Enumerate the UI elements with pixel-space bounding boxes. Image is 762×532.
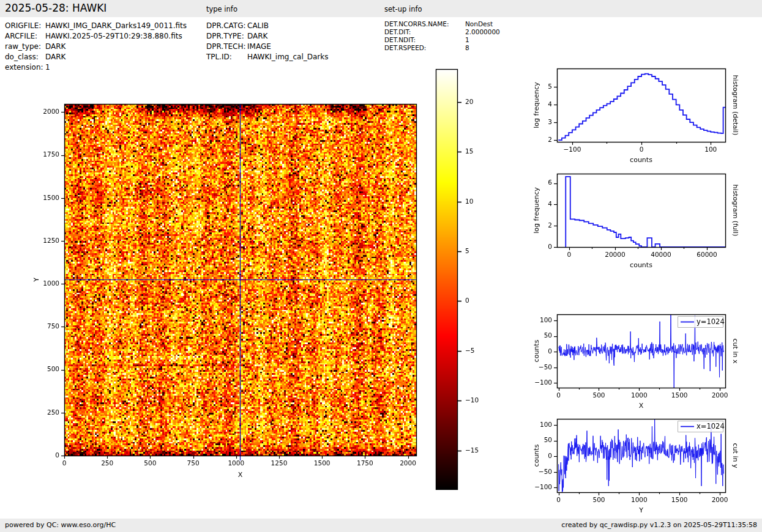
info-row-origfile: ORIGFILE:HAWKI_IMG_DARK_Darks149_0011.fi… [5, 21, 187, 30]
extension-value: 1 [45, 63, 50, 72]
info-row-rawtype: raw_type:DARK [5, 42, 65, 51]
rspeed-label: DET.RSPEED: [384, 44, 465, 51]
qc-report-page: 2025-05-28: HAWKI type info set-up info … [0, 0, 762, 532]
info-row-extension: extension:1 [5, 63, 50, 72]
info-row-rspeed: DET.RSPEED:8 [384, 44, 469, 51]
histogram-full-plot [517, 163, 762, 273]
info-row-arcfile: ARCFILE:HAWKI.2025-05-29T10:29:38.880.fi… [5, 32, 182, 40]
arcfile-value: HAWKI.2025-05-29T10:29:38.880.fits [45, 32, 182, 40]
rspeed-value: 8 [465, 44, 469, 51]
ncorrs-value: NonDest [465, 20, 493, 28]
doclass-label: do_class: [5, 53, 45, 61]
info-row-dit: DET.DIT:2.0000000 [384, 28, 500, 35]
doclass-value: DARK [45, 53, 65, 61]
dprcatg-label: DPR.CATG: [206, 21, 247, 30]
dprtype-label: DPR.TYPE: [206, 32, 247, 40]
arcfile-label: ARCFILE: [5, 32, 45, 40]
origfile-value: HAWKI_IMG_DARK_Darks149_0011.fits [45, 21, 187, 30]
extension-label: extension: [5, 63, 45, 72]
dit-value: 2.0000000 [465, 28, 500, 35]
dprtech-label: DPR.TECH: [206, 42, 247, 51]
histogram-detail-plot [517, 58, 762, 168]
dprtype-value: DARK [247, 32, 267, 40]
tplid-label: TPL.ID: [206, 53, 247, 61]
dprtech-value: IMAGE [247, 42, 271, 51]
origfile-label: ORIGFILE: [5, 21, 45, 30]
colorbar [422, 60, 508, 497]
ndit-label: DET.NDIT: [384, 36, 465, 43]
dprcatg-value: CALIB [247, 21, 269, 30]
cut-in-y-plot [517, 408, 762, 519]
rawtype-value: DARK [45, 42, 65, 51]
type-info-heading: type info [206, 5, 237, 13]
info-row-dprcatg: DPR.CATG:CALIB [206, 21, 269, 30]
page-title: 2025-05-28: HAWKI [5, 2, 106, 14]
dit-label: DET.DIT: [384, 28, 465, 35]
ncorrs-label: DET.NCORRS.NAME: [384, 20, 465, 28]
info-row-dprtech: DPR.TECH:IMAGE [206, 42, 271, 51]
info-row-dprtype: DPR.TYPE:DARK [206, 32, 267, 40]
dark-frame-image [24, 79, 441, 501]
setup-info-heading: set-up info [384, 5, 422, 13]
ndit-value: 1 [465, 36, 469, 43]
info-row-tplid: TPL.ID:HAWKI_img_cal_Darks [206, 53, 329, 61]
rawtype-label: raw_type: [5, 42, 45, 51]
header-bar [0, 0, 762, 17]
info-row-ndit: DET.NDIT:1 [384, 36, 469, 43]
tplid-value: HAWKI_img_cal_Darks [247, 53, 329, 61]
cut-in-x-plot [517, 304, 762, 414]
info-row-ncorrs: DET.NCORRS.NAME:NonDest [384, 20, 493, 28]
footer-created-by: created by qc_rawdisp.py v1.2.3 on 2025-… [561, 521, 757, 529]
info-row-doclass: do_class:DARK [5, 53, 65, 61]
footer-powered-by: powered by QC: www.eso.org/HC [5, 521, 116, 529]
